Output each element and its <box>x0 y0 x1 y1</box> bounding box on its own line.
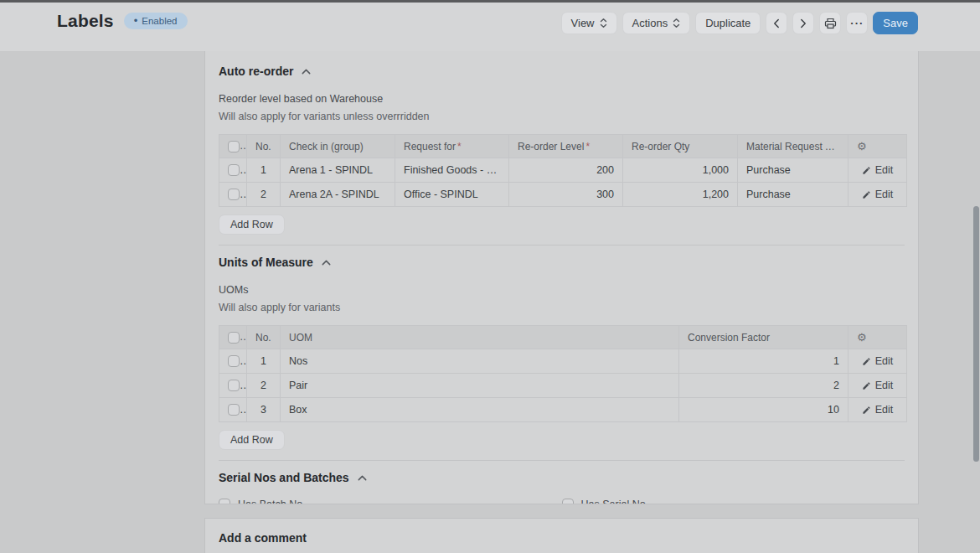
chevron-up-icon <box>322 260 331 266</box>
cell-conversion-factor[interactable]: 10 <box>679 398 848 422</box>
cell-request-for-warehouse[interactable]: Office - SPINDL <box>395 183 509 207</box>
cell-uom[interactable]: Box <box>281 398 679 422</box>
scrollbar-track[interactable] <box>972 51 980 553</box>
cell-check-in-warehouse[interactable]: Arena 1 - SPINDL <box>281 158 395 183</box>
status-badge: • Enabled <box>124 13 188 29</box>
section-serial-header[interactable]: Serial Nos and Batches <box>219 471 905 484</box>
section-title: Units of Measure <box>219 256 313 269</box>
has-batch-no-field: Has Batch No <box>219 499 562 504</box>
save-button-label: Save <box>883 17 908 29</box>
chevron-left-icon <box>773 18 780 28</box>
comment-section-card: Add a comment <box>204 518 919 553</box>
menu-button[interactable]: ··· <box>846 12 868 34</box>
cell-material-request-type[interactable]: Purchase <box>738 183 848 207</box>
ellipsis-icon: ··· <box>850 17 864 29</box>
cell-row-number: 2 <box>247 374 281 398</box>
save-button[interactable]: Save <box>873 12 918 34</box>
column-header-material-request-type: Material Request Typ... <box>746 141 848 152</box>
column-header-uom: UOM <box>289 332 312 344</box>
toolbar: View Actions Duplicate ··· Save <box>561 12 918 34</box>
section-title: Serial Nos and Batches <box>219 471 349 484</box>
row-edit-button[interactable]: Edit <box>857 380 898 391</box>
row-checkbox[interactable] <box>228 189 240 200</box>
has-serial-no-checkbox[interactable] <box>562 499 574 504</box>
add-row-button[interactable]: Add Row <box>219 430 285 450</box>
page-header: Labels • Enabled View Actions Duplicate … <box>0 3 980 51</box>
section-title: Auto re-order <box>219 65 293 78</box>
select-all-checkbox[interactable] <box>228 141 240 152</box>
select-all-checkbox[interactable] <box>228 332 240 344</box>
next-record-button[interactable] <box>792 12 814 34</box>
column-header-conversion-factor: Conversion Factor <box>688 332 770 344</box>
cell-reorder-qty[interactable]: 1,200 <box>623 183 738 207</box>
scrollbar-thumb[interactable] <box>973 206 979 462</box>
browser-top-edge <box>0 0 980 3</box>
section-uom-header[interactable]: Units of Measure <box>219 256 905 269</box>
pencil-icon <box>862 357 871 366</box>
column-header-check-in: Check in (group) <box>289 141 364 152</box>
chevron-up-icon <box>302 69 311 75</box>
reorder-levels-table: No. Check in (group) Request for* Re-ord… <box>219 134 907 207</box>
cell-row-number: 1 <box>247 349 281 374</box>
cell-material-request-type[interactable]: Purchase <box>738 158 848 183</box>
cell-conversion-factor[interactable]: 1 <box>679 349 848 374</box>
column-header-reorder-level: Re-order Level <box>518 141 584 152</box>
cell-row-number: 2 <box>247 183 281 207</box>
cell-reorder-level[interactable]: 300 <box>509 183 623 207</box>
cell-uom[interactable]: Nos <box>281 349 679 374</box>
table-row: 1 Arena 1 - SPINDL Finished Goods - SPIN… <box>219 158 907 183</box>
row-edit-button[interactable]: Edit <box>857 164 898 176</box>
table-header-row: No. Check in (group) Request for* Re-ord… <box>219 135 907 158</box>
uoms-table: No. UOM Conversion Factor ⚙ 1 Nos 1 Edit <box>219 325 907 422</box>
duplicate-button[interactable]: Duplicate <box>695 12 761 34</box>
printer-icon <box>824 18 837 29</box>
cell-reorder-qty[interactable]: 1,000 <box>623 158 738 183</box>
chevron-right-icon <box>800 18 807 28</box>
column-header-request-for: Request for <box>404 141 456 152</box>
section-auto-reorder-header[interactable]: Auto re-order <box>219 65 905 78</box>
cell-check-in-warehouse[interactable]: Arena 2A - SPINDL <box>281 183 395 207</box>
cell-row-number: 1 <box>247 158 281 183</box>
required-marker: * <box>585 141 590 152</box>
view-button[interactable]: View <box>561 12 617 34</box>
add-comment-title: Add a comment <box>219 531 905 545</box>
has-batch-no-checkbox[interactable] <box>219 499 230 504</box>
cell-conversion-factor[interactable]: 2 <box>679 374 848 398</box>
cell-row-number: 3 <box>247 398 281 422</box>
edit-button-label: Edit <box>875 164 894 176</box>
table-row: 2 Pair 2 Edit <box>219 374 907 398</box>
row-edit-button[interactable]: Edit <box>857 189 898 200</box>
caret-updown-icon <box>600 18 607 28</box>
table-header-row: No. UOM Conversion Factor ⚙ <box>219 326 907 349</box>
edit-button-label: Edit <box>875 380 894 391</box>
print-button[interactable] <box>819 12 841 34</box>
status-badge-label: Enabled <box>142 16 177 26</box>
cell-reorder-level[interactable]: 200 <box>509 158 623 183</box>
grid-settings-gear-icon[interactable]: ⚙ <box>857 140 867 152</box>
row-checkbox[interactable] <box>228 404 240 416</box>
table-row: 3 Box 10 Edit <box>219 398 907 422</box>
edit-button-label: Edit <box>875 404 894 416</box>
column-header-no: No. <box>255 332 271 344</box>
form-body-card: Auto re-order Reorder level based on War… <box>204 51 919 504</box>
row-edit-button[interactable]: Edit <box>857 355 898 367</box>
previous-record-button[interactable] <box>766 12 787 34</box>
add-row-button[interactable]: Add Row <box>219 214 285 235</box>
cell-request-for-warehouse[interactable]: Finished Goods - SPINDL <box>395 158 509 183</box>
row-checkbox[interactable] <box>228 380 240 391</box>
required-marker: * <box>457 141 462 152</box>
row-checkbox[interactable] <box>228 164 240 176</box>
has-serial-no-label: Has Serial No <box>581 499 646 504</box>
edit-button-label: Edit <box>875 189 894 200</box>
chevron-up-icon <box>358 475 367 481</box>
row-edit-button[interactable]: Edit <box>857 404 898 416</box>
caret-updown-icon <box>673 18 680 28</box>
grid-settings-gear-icon[interactable]: ⚙ <box>857 331 867 344</box>
actions-button[interactable]: Actions <box>622 12 691 34</box>
table-row: 1 Nos 1 Edit <box>219 349 907 374</box>
view-button-label: View <box>571 17 595 29</box>
row-checkbox[interactable] <box>228 355 240 367</box>
section-divider <box>219 245 905 245</box>
pencil-icon <box>862 190 871 199</box>
cell-uom[interactable]: Pair <box>281 374 679 398</box>
